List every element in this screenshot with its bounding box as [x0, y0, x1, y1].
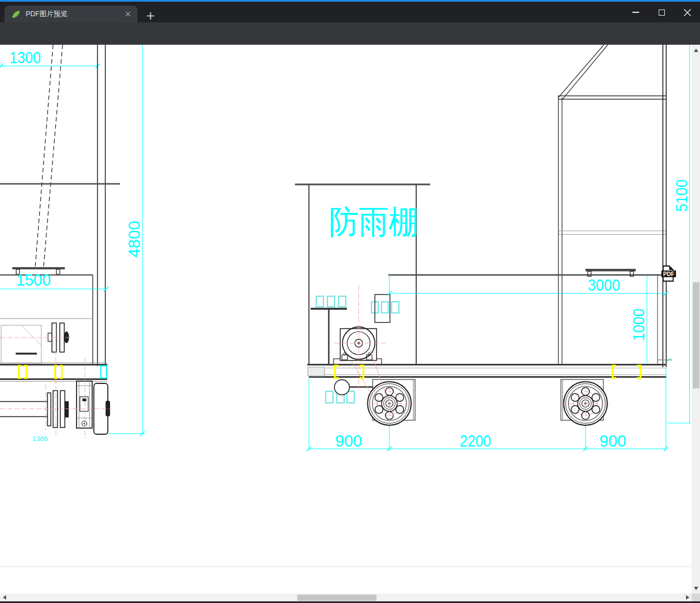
shelter-label: 防雨棚 [329, 203, 418, 240]
titlebar: PDF图片预览 [0, 2, 700, 22]
dim-1300: 1300 [9, 48, 41, 67]
scroll-down-icon[interactable] [692, 584, 700, 592]
scrollbar-corner [692, 593, 700, 601]
dim-2200: 2200 [460, 431, 491, 450]
pdf-badge-label: PDF [663, 271, 674, 277]
browser-toolbar: localhost:8012/onlinePreview?url=http%3A… [0, 22, 700, 45]
scroll-left-icon[interactable] [0, 593, 8, 601]
window-maximize-button[interactable] [649, 3, 674, 21]
dim-1000: 1000 [629, 308, 647, 341]
dim-3000: 3000 [588, 276, 620, 294]
horizontal-scrollbar-thumb[interactable] [297, 595, 377, 601]
wheel [365, 379, 609, 428]
front-view: 1300 4800 1500 [0, 45, 145, 442]
dim-5100: 5100 [672, 179, 691, 212]
highlight-clamp [19, 366, 62, 378]
tab-close-icon[interactable] [123, 9, 133, 19]
dim-4800: 4800 [125, 221, 143, 258]
scroll-right-icon[interactable] [683, 593, 692, 601]
dim-900-left: 900 [335, 431, 362, 450]
new-tab-button[interactable] [143, 8, 158, 23]
window-minimize-button[interactable] [623, 3, 648, 21]
window-close-button[interactable] [675, 3, 699, 21]
cad-drawing: 1300 4800 1500 [0, 45, 700, 603]
spring-leaf-icon [11, 10, 21, 19]
browser-tab[interactable]: PDF图片预览 [4, 6, 137, 22]
minimize-icon [632, 12, 639, 13]
page-content: 1300 4800 1500 [0, 45, 700, 603]
dim-1500: 1500 [16, 270, 51, 289]
side-view: 防雨棚 3000 1000 [295, 45, 691, 451]
tab-title: PDF图片预览 [26, 10, 123, 19]
dim-900-right: 900 [599, 431, 626, 450]
vertical-scrollbar-thumb[interactable] [693, 282, 699, 388]
scroll-up-icon[interactable] [692, 46, 700, 54]
dim-1385: 1385 [32, 436, 49, 442]
maximize-icon [659, 10, 665, 16]
close-icon [684, 9, 691, 16]
pdf-export-button[interactable]: PDF [661, 266, 676, 281]
